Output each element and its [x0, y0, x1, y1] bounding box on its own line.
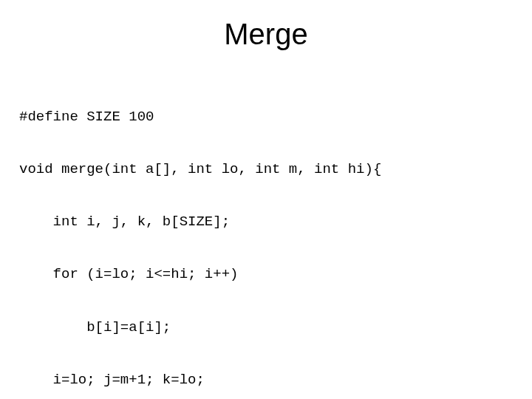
code-line: int i, j, k, b[SIZE]; [19, 214, 532, 231]
code-line: i=lo; j=m+1; k=lo; [19, 372, 532, 389]
slide: Merge #define SIZE 100 void merge(int a[… [0, 0, 532, 399]
slide-title: Merge [0, 0, 532, 73]
code-line: b[i]=a[i]; [19, 319, 532, 337]
code-line: #define SIZE 100 [19, 109, 532, 126]
code-block: #define SIZE 100 void merge(int a[], int… [0, 73, 532, 399]
code-line: void merge(int a[], int lo, int m, int h… [19, 161, 532, 179]
code-line: for (i=lo; i<=hi; i++) [19, 266, 532, 284]
